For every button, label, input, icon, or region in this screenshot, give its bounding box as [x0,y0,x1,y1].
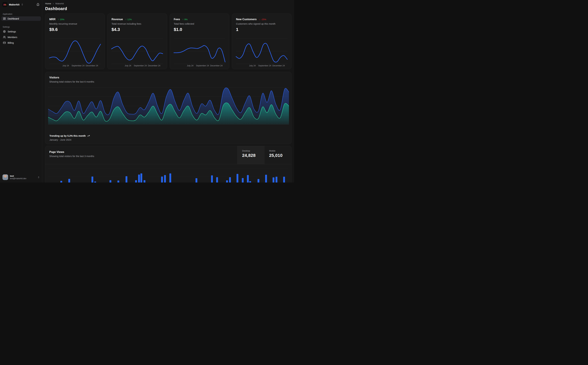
card-title: MRR [49,18,55,21]
page-views-bar [242,178,244,183]
chevron-right-icon [52,3,54,5]
page-views-bar [236,174,238,182]
sparkline-plot-area [174,39,225,64]
sidebar-item-members[interactable]: Members [1,35,41,39]
delta-badge: ↑12% [125,18,132,21]
chevrons-up-down-icon [21,3,23,6]
sparkline-plot-area [111,39,163,64]
page-views-header: Page Views Showing total visitors for th… [45,146,291,164]
stat-cards-row: MRR ↑20% Monthly recurring revenue $9.6 … [45,14,291,69]
sidebar-item-label: Dashboard [8,17,19,20]
page-views-bar [110,180,111,182]
stat-card-mrr: MRR ↑20% Monthly recurring revenue $9.6 … [45,14,105,69]
page-views-bar [91,176,93,182]
sidebar-item-dashboard[interactable]: Dashboard [1,16,41,21]
x-axis-labels: July 24September 24December 24 [111,64,163,68]
chevrons-up-down-icon [38,176,40,178]
toggle-value: 24,828 [242,153,264,158]
toggle-label: Desktop [242,150,264,152]
layout-dashboard-icon [3,17,6,20]
page-views-bar [140,173,142,182]
page-title: Dashboard [45,6,291,11]
trend-up-arrow-icon: ↑ [125,18,126,21]
breadcrumb-current: Makerkit [55,2,64,5]
page-views-bar [94,182,96,182]
makerkit-dashboard: { "app": { "name": "Makerkit" }, "sideba… [0,0,294,182]
page-views-bar [249,181,251,182]
sidebar-item-settings[interactable]: Settings [1,29,41,34]
sidebar-item-label: Settings [8,30,16,33]
page-views-bar [161,176,163,182]
nav-section-label-application: Application [0,13,42,15]
gridline [111,64,163,64]
page-views-bar [211,175,213,182]
credit-card-icon [3,41,6,44]
page-views-bars [48,164,289,182]
card-subtitle: Customers who signed up this month [236,22,287,25]
gridline [49,64,101,64]
x-axis-labels: July 24September 24December 24 [49,64,101,68]
toggle-mobile[interactable]: Mobile 25,010 [264,146,291,164]
page-views-card: Page Views Showing total visitors for th… [45,146,291,182]
visitors-plot-area [48,87,289,124]
page-views-bar [273,177,274,182]
gridline [48,168,289,168]
visitors-card: Visitors Showing total visitors for the … [45,72,291,144]
page-views-title: Page Views [49,150,237,154]
x-axis-labels: July 24September 24December 24 [174,64,225,68]
delta-badge: ↓-25% [259,18,266,21]
stat-card-new-customers: New Customers ↓-25% Customers who signed… [232,14,291,69]
main-content: Home Makerkit Dashboard MRR ↑20% Monthly… [42,0,294,182]
page-views-bar [229,177,231,182]
sparkline-plot-area [236,39,287,64]
sidebar: m Makerkit Application Dashboard Setting… [0,0,42,182]
gridline [174,64,225,64]
card-value: $1.0 [174,27,225,32]
visitors-title: Visitors [49,76,287,79]
makerkit-logo: m [2,2,7,7]
page-views-bar [276,177,277,182]
page-views-bar [138,175,140,182]
page-views-bar [247,175,249,182]
page-views-bar [226,180,228,182]
card-subtitle: Total fees collected [174,22,225,25]
user-menu[interactable]: test test@makerkit.dev [0,172,42,182]
delta-badge: ↑9% [182,18,187,21]
card-subtitle: Monthly recurring revenue [49,22,101,25]
revenue-sparkline-chart [111,39,163,64]
toggle-label: Mobile [269,150,291,152]
mrr-sparkline-chart [49,39,101,64]
page-views-bar [135,180,137,182]
toggle-desktop[interactable]: Desktop 24,828 [237,146,264,164]
sidebar-item-billing[interactable]: Billing [1,41,41,45]
delta-badge: ↑20% [58,18,64,21]
workspace-name: Makerkit [9,3,20,6]
page-views-bar [195,178,197,182]
page-views-bar [257,179,259,182]
gridline [48,124,289,125]
page-views-bar [283,177,285,182]
gear-icon [3,30,6,33]
visitors-subtitle: Showing total visitors for the last 6 mo… [49,80,287,83]
breadcrumb: Home Makerkit [45,2,291,5]
toggle-value: 25,010 [269,153,291,158]
page-views-bar [144,180,145,182]
user-name: test [10,175,27,177]
card-value: $9.6 [49,27,101,32]
page-views-bar [118,181,119,182]
breadcrumb-home-link[interactable]: Home [45,2,51,5]
sidebar-item-label: Billing [8,42,14,44]
notifications-button[interactable] [36,3,40,6]
sidebar-item-label: Members [8,36,17,39]
page-views-bar [68,179,70,182]
x-axis-labels: July 24September 24December 24 [236,64,287,68]
new-customers-sparkline-chart [236,39,287,64]
workspace-switcher[interactable]: m Makerkit [0,0,42,9]
page-views-bar [169,173,171,182]
stat-card-fees: Fees ↑9% Total fees collected $1.0 July … [170,14,229,69]
card-value: 1 [236,27,287,32]
nav-section-label-settings: Settings [0,26,42,28]
card-value: $4.3 [111,27,163,32]
visitors-area-chart [48,87,289,124]
visitors-footer: Trending up by 5.2% this month January -… [49,134,90,141]
